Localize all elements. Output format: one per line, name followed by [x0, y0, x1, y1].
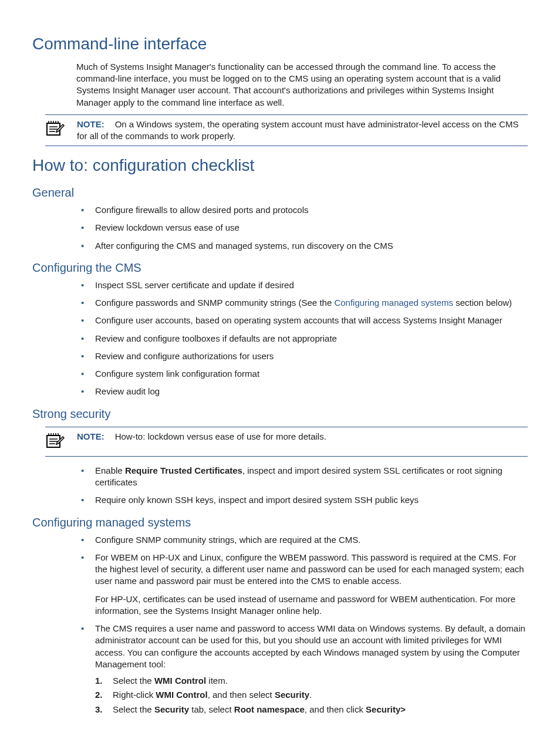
- list-item: Review and configure toolboxes if defaul…: [76, 333, 528, 345]
- note-1-text: On a Windows system, the operating syste…: [77, 119, 518, 141]
- cms-list: Inspect SSL server certificate and updat…: [76, 279, 528, 398]
- step-item: Right-click WMI Control, and then select…: [95, 689, 528, 701]
- general-list: Configure firewalls to allow desired por…: [76, 204, 528, 252]
- note-2-text: How-to: lockdown versus ease of use for …: [115, 431, 326, 441]
- heading-howto: How to: configuration checklist: [32, 154, 528, 177]
- list-item: Configure user accounts, based on operat…: [76, 315, 528, 326]
- note-content-1: NOTE:On a Windows system, the operating …: [75, 119, 528, 143]
- cli-paragraph: Much of Systems Insight Manager's functi…: [76, 61, 528, 109]
- note-icon: [45, 431, 75, 453]
- list-item: After configuring the CMS and managed sy…: [76, 240, 528, 252]
- sub-paragraph: For HP-UX, certificates can be used inst…: [95, 593, 528, 617]
- list-item: Review lockdown versus ease of use: [76, 222, 528, 234]
- heading-general: General: [32, 185, 528, 201]
- note-content-2: NOTE:How-to: lockdown versus ease of use…: [75, 431, 528, 443]
- list-item: For WBEM on HP-UX and Linux, configure t…: [76, 552, 528, 617]
- note-label: NOTE:: [77, 119, 104, 129]
- list-item: Enable Require Trusted Certificates, ins…: [76, 465, 528, 489]
- note-box-2: NOTE:How-to: lockdown versus ease of use…: [45, 427, 528, 457]
- step-item: Select the WMI Control item.: [95, 675, 528, 687]
- note-icon: [45, 119, 75, 140]
- list-item: Review audit log: [76, 386, 528, 397]
- heading-managed-systems: Configuring managed systems: [32, 515, 528, 531]
- list-item: The CMS requires a user name and passwor…: [76, 623, 528, 715]
- steps-list: Select the WMI Control item. Right-click…: [95, 675, 528, 715]
- list-item: Review and configure authorizations for …: [76, 350, 528, 362]
- list-item: Inspect SSL server certificate and updat…: [76, 279, 528, 291]
- heading-cli: Command-line interface: [32, 33, 528, 55]
- managed-list: Configure SNMP community strings, which …: [76, 534, 528, 715]
- list-item: Require only known SSH keys, inspect and…: [76, 494, 528, 506]
- note-box-1: NOTE:On a Windows system, the operating …: [45, 114, 528, 147]
- heading-strong-security: Strong security: [32, 406, 528, 422]
- link-configuring-managed-systems[interactable]: Configuring managed systems: [334, 298, 453, 308]
- list-item: Configure firewalls to allow desired por…: [76, 204, 528, 216]
- step-item: Select the Security tab, select Root nam…: [95, 704, 528, 715]
- list-item: Configure passwords and SNMP community s…: [76, 297, 528, 309]
- note-label: NOTE:: [77, 431, 104, 441]
- strong-list: Enable Require Trusted Certificates, ins…: [76, 465, 528, 507]
- list-item: Configure SNMP community strings, which …: [76, 534, 528, 546]
- list-item: Configure system link configuration form…: [76, 368, 528, 380]
- heading-cms: Configuring the CMS: [32, 260, 528, 276]
